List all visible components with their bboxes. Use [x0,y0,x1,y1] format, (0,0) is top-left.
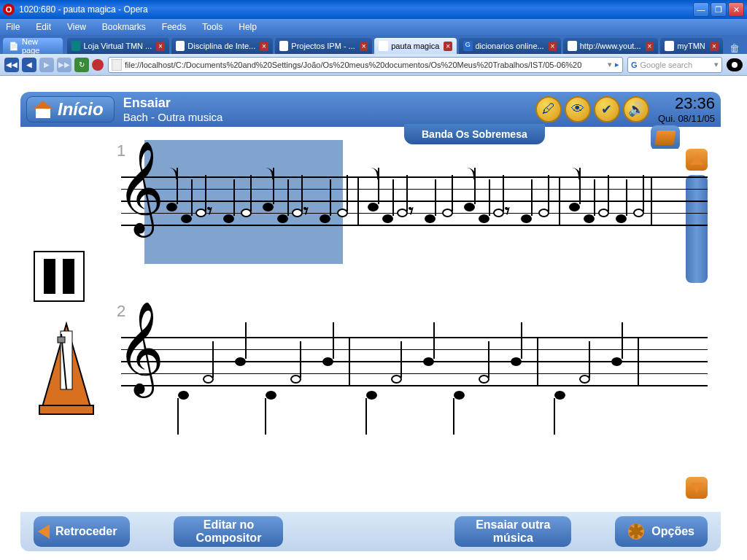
go-button[interactable]: ▸ [615,60,619,69]
svg-rect-1 [39,405,93,414]
page-title: Ensaiar [123,96,223,111]
tab-loja[interactable]: Loja Virtual TMN ...× [67,38,169,54]
address-bar[interactable]: file://localhost/C:/Documents%20and%20Se… [108,57,623,73]
dropdown-icon[interactable]: ▾ [608,60,612,69]
favicon-icon [665,41,674,51]
window-minimize[interactable]: — [693,2,709,17]
navbar: ◀◀ ◀ ▶ ▶▶ ↻ file://localhost/C:/Document… [0,54,747,76]
metronome-icon[interactable] [34,321,99,416]
back-button[interactable]: ◀ [22,58,36,72]
menu-feeds[interactable]: Feeds [162,22,186,32]
app-header: Início Ensaiar Bach - Outra musica 🖊 👁 ✔… [20,92,721,127]
staff-1: 1 𝄞 𝄾 𝄾 [121,162,708,249]
staff-2: 2 𝄞 [121,322,708,410]
scroll-down-button[interactable] [686,477,708,499]
tab-youtube[interactable]: http://www.yout...× [563,38,658,54]
opera-icon: O [3,4,15,15]
home-label: Início [58,99,104,120]
tab-projectos[interactable]: Projectos IPM - ...× [275,38,373,54]
closed-tabs-icon[interactable]: 🗑 [725,42,744,54]
tab-disciplina[interactable]: Disciplina de Inte...× [171,38,273,54]
favicon-icon: G [463,41,472,51]
dropdown-icon[interactable]: ▾ [714,60,719,69]
other-label: Ensaiar outra música [468,518,558,544]
favicon-icon [176,41,185,51]
edit-composer-button[interactable]: Editar no Compositor [174,516,283,547]
window-title: 1020:680 - pauta magica - Opera [19,4,148,15]
fast-forward-button[interactable]: ▶▶ [57,58,71,72]
date-label: Qui. 08/11/05 [658,113,715,125]
close-icon[interactable]: × [360,42,368,51]
house-icon [33,101,53,118]
content-area: 1 𝄞 𝄾 𝄾 [20,149,721,512]
pause-button[interactable] [34,251,85,302]
window-titlebar: O 1020:680 - pauta magica - Opera — ❐ ✕ [0,0,747,19]
eye-icon[interactable]: 👁 [565,96,591,122]
menu-view[interactable]: View [67,22,86,32]
edit-label: Editar no Compositor [187,518,270,544]
favicon-icon [279,41,289,51]
search-box[interactable]: G Google search ▾ [627,57,722,73]
google-icon: G [631,61,638,69]
favicon-icon [568,41,577,51]
search-placeholder: Google search [640,61,693,69]
forward-button[interactable]: ▶ [39,58,54,72]
app-frame: Início Ensaiar Bach - Outra musica 🖊 👁 ✔… [20,92,721,551]
check-icon[interactable]: ✔ [594,96,620,122]
close-icon[interactable]: × [710,42,719,51]
svg-rect-4 [58,337,65,343]
favicon-icon [71,41,80,51]
rehearse-other-button[interactable]: Ensaiar outra música [454,516,571,547]
band-label: Banda Os Sobremesa [404,124,545,144]
tab-mytmn[interactable]: myTMN× [660,38,723,54]
notes-row [156,322,708,410]
options-button[interactable]: Opções [615,516,708,547]
page-icon [112,59,122,71]
rewind-button[interactable]: ◀◀ [4,58,19,72]
home-button[interactable]: Início [26,96,115,122]
time-label: 23:36 [658,94,715,113]
arrow-left-icon [38,524,50,539]
close-icon[interactable]: × [444,42,452,51]
header-text: Ensaiar Bach - Outra musica [123,96,223,123]
reload-button[interactable]: ↻ [74,58,89,72]
window-close[interactable]: ✕ [728,2,744,17]
help-button[interactable] [651,125,680,150]
tab-dicionarios[interactable]: Gdicionarios online...× [459,38,561,54]
window-maximize[interactable]: ❐ [711,2,727,17]
gear-icon [628,524,644,540]
back-button[interactable]: Retroceder [34,516,130,547]
speaker-icon[interactable]: 🔊 [623,96,649,122]
footer: Retroceder Editar no Compositor Ensaiar … [20,512,721,551]
menu-edit[interactable]: Edit [36,22,51,32]
page-viewport: Início Ensaiar Bach - Outra musica 🖊 👁 ✔… [0,76,747,560]
back-label: Retroceder [55,525,117,538]
page-subtitle: Bach - Outra musica [123,111,223,123]
stop-button[interactable] [92,59,104,71]
view-mode-icon[interactable] [727,58,743,71]
close-icon[interactable]: × [549,42,557,51]
metronome-icon[interactable]: 🖊 [535,96,562,122]
close-icon[interactable]: × [156,42,165,51]
options-label: Opções [651,525,694,538]
address-text: file://localhost/C:/Documents%20and%20Se… [125,61,605,69]
notes-row: 𝄾 𝄾 𝄾 [156,162,708,249]
clock: 23:36 Qui. 08/11/05 [658,94,715,125]
favicon-icon [379,41,388,51]
menu-tools[interactable]: Tools [202,22,222,32]
menubar: File Edit View Bookmarks Feeds Tools Hel… [0,19,747,35]
close-icon[interactable]: × [260,42,268,51]
menu-help[interactable]: Help [239,22,257,32]
new-tab[interactable]: 📄 New page [3,38,63,54]
menu-bookmarks[interactable]: Bookmarks [102,22,146,32]
close-icon[interactable]: × [646,42,654,51]
book-icon [655,131,676,145]
menu-file[interactable]: File [6,22,20,32]
tab-pauta[interactable]: pauta magica× [374,38,457,54]
tabstrip: 📄 New page Loja Virtual TMN ...× Discipl… [0,35,747,54]
